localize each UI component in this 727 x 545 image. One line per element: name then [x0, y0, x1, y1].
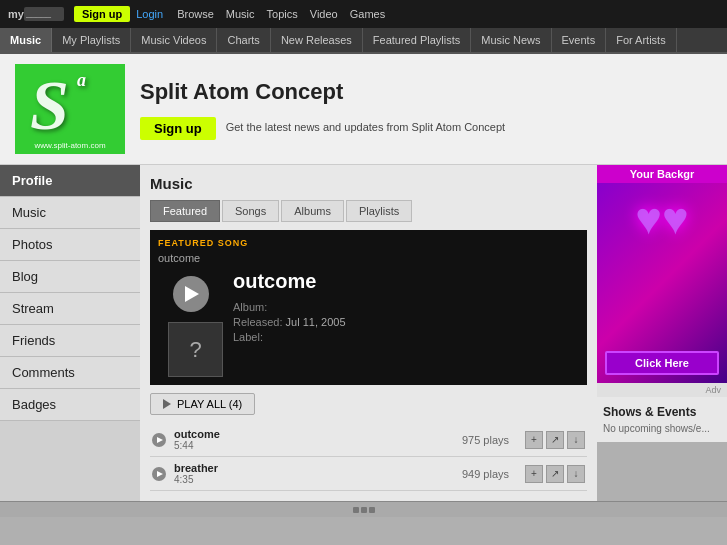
- login-button-top[interactable]: Login: [136, 8, 163, 20]
- shows-events-title: Shows & Events: [603, 405, 721, 419]
- song-list: outcome 5:44 975 plays + ↗ ↓ breather 4:…: [150, 423, 587, 491]
- signup-button-profile[interactable]: Sign up: [140, 117, 216, 140]
- profile-info: Split Atom Concept Sign up Get the lates…: [140, 79, 505, 140]
- featured-song-title: outcome: [233, 270, 346, 293]
- play-all-icon: [163, 399, 171, 409]
- sidebar-item-friends[interactable]: Friends: [0, 325, 140, 357]
- featured-label: FEATURED SONG: [158, 238, 579, 248]
- song-play-button-1[interactable]: [152, 467, 166, 481]
- nav-music[interactable]: Music: [226, 8, 255, 20]
- label-info: Label:: [233, 331, 346, 343]
- song-actions-1: + ↗ ↓: [525, 465, 585, 483]
- click-here-button[interactable]: Click Here: [605, 351, 719, 375]
- your-background-label: Your Backgr: [597, 165, 727, 183]
- sidebar-item-badges[interactable]: Badges: [0, 389, 140, 421]
- music-tab-active[interactable]: Music: [0, 28, 52, 52]
- svg-text:_____: _____: [25, 9, 52, 19]
- ad-banner: ♥♥ Click Here: [597, 183, 727, 383]
- ad-label: Adv: [597, 383, 727, 397]
- tab-featured[interactable]: Featured: [150, 200, 220, 222]
- tab-playlists[interactable]: Playlists: [346, 200, 412, 222]
- bottom-scrollbar[interactable]: [0, 501, 727, 517]
- album-info: Album:: [233, 301, 346, 313]
- site-logo: my _____: [8, 7, 64, 21]
- nav-games[interactable]: Games: [350, 8, 385, 20]
- section-title: Music: [150, 175, 587, 192]
- featured-song-info: outcome Album: Released: Jul 11, 2005 La…: [233, 270, 346, 346]
- nav-music-videos[interactable]: Music Videos: [131, 28, 217, 52]
- label-label: Label:: [233, 331, 263, 343]
- featured-meta: Album: Released: Jul 11, 2005 Label:: [233, 301, 346, 346]
- sidebar: Profile Music Photos Blog Stream Friends…: [0, 165, 140, 501]
- song-download-button-0[interactable]: ↓: [567, 431, 585, 449]
- shows-events: Shows & Events No upcoming shows/e...: [597, 397, 727, 442]
- song-plays-1: 949 plays: [462, 468, 509, 480]
- featured-area: FEATURED SONG outcome ? outcome Album:: [150, 230, 587, 385]
- hearts-decoration: ♥♥: [635, 193, 688, 245]
- logo-svg: S a: [25, 64, 115, 144]
- nav-video[interactable]: Video: [310, 8, 338, 20]
- logo-icon: _____: [24, 7, 64, 21]
- scroll-dot: [369, 507, 375, 513]
- scroll-dot: [353, 507, 359, 513]
- scroll-dot: [361, 507, 367, 513]
- right-sidebar: Your Backgr ♥♥ Click Here Adv Shows & Ev…: [597, 165, 727, 501]
- song-info-0: outcome 5:44: [174, 428, 454, 451]
- featured-player: ? outcome Album: Released: Jul 11, 2005: [158, 270, 579, 377]
- album-thumb-icon: ?: [189, 337, 201, 363]
- play-button[interactable]: [173, 276, 209, 312]
- profile-logo: S a www.split-atom.com: [15, 64, 125, 154]
- song-plays-0: 975 plays: [462, 434, 509, 446]
- play-icon: [185, 286, 199, 302]
- profile-header: S a www.split-atom.com Split Atom Concep…: [0, 54, 727, 165]
- tab-songs[interactable]: Songs: [222, 200, 279, 222]
- profile-description: Get the latest news and updates from Spl…: [226, 121, 505, 133]
- song-add-button-0[interactable]: +: [525, 431, 543, 449]
- sidebar-item-blog[interactable]: Blog: [0, 261, 140, 293]
- profile-url: www.split-atom.com: [34, 141, 105, 150]
- sidebar-item-photos[interactable]: Photos: [0, 229, 140, 261]
- song-play-button-0[interactable]: [152, 433, 166, 447]
- tab-albums[interactable]: Albums: [281, 200, 344, 222]
- svg-text:S: S: [30, 67, 69, 144]
- song-row: outcome 5:44 975 plays + ↗ ↓: [150, 423, 587, 457]
- second-navigation: Music My Playlists Music Videos Charts N…: [0, 28, 727, 54]
- released-info: Released: Jul 11, 2005: [233, 316, 346, 328]
- song-title-0: outcome: [174, 428, 454, 440]
- album-label: Album:: [233, 301, 267, 313]
- song-actions-0: + ↗ ↓: [525, 431, 585, 449]
- song-title-1: breather: [174, 462, 454, 474]
- sidebar-item-stream[interactable]: Stream: [0, 293, 140, 325]
- song-add-button-1[interactable]: +: [525, 465, 543, 483]
- play-all-label: PLAY ALL (4): [177, 398, 242, 410]
- music-tabs: Featured Songs Albums Playlists: [150, 200, 587, 222]
- nav-featured-playlists[interactable]: Featured Playlists: [363, 28, 471, 52]
- song-play-icon-1: [157, 471, 163, 477]
- svg-text:a: a: [77, 70, 86, 90]
- nav-my-playlists[interactable]: My Playlists: [52, 28, 131, 52]
- song-download-button-1[interactable]: ↓: [567, 465, 585, 483]
- signup-button-top[interactable]: Sign up: [74, 6, 130, 22]
- song-row: breather 4:35 949 plays + ↗ ↓: [150, 457, 587, 491]
- play-all-button[interactable]: PLAY ALL (4): [150, 393, 255, 415]
- featured-song-name: outcome: [158, 252, 579, 264]
- song-share-button-0[interactable]: ↗: [546, 431, 564, 449]
- song-share-button-1[interactable]: ↗: [546, 465, 564, 483]
- nav-music-news[interactable]: Music News: [471, 28, 551, 52]
- song-duration-1: 4:35: [174, 474, 454, 485]
- nav-browse[interactable]: Browse: [177, 8, 214, 20]
- scroll-indicator: [353, 507, 375, 513]
- nav-new-releases[interactable]: New Releases: [271, 28, 363, 52]
- nav-for-artists[interactable]: For Artists: [606, 28, 677, 52]
- second-nav-links: My Playlists Music Videos Charts New Rel…: [52, 28, 677, 52]
- nav-events[interactable]: Events: [552, 28, 607, 52]
- nav-charts[interactable]: Charts: [217, 28, 270, 52]
- nav-topics[interactable]: Topics: [267, 8, 298, 20]
- top-navigation: my _____ Sign up Login Browse Music Topi…: [0, 0, 727, 28]
- sidebar-item-music[interactable]: Music: [0, 197, 140, 229]
- released-date: Jul 11, 2005: [286, 316, 346, 328]
- sidebar-item-comments[interactable]: Comments: [0, 357, 140, 389]
- sidebar-item-profile[interactable]: Profile: [0, 165, 140, 197]
- content-area: Profile Music Photos Blog Stream Friends…: [0, 165, 727, 501]
- song-info-1: breather 4:35: [174, 462, 454, 485]
